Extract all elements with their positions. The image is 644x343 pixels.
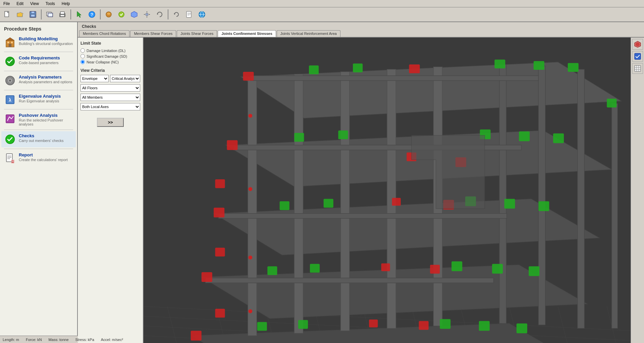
menu-file[interactable]: File [1,1,12,6]
checks-header: Checks Members Chord Rotations Members S… [78,22,644,38]
tab-members-chord-rotations[interactable]: Members Chord Rotations [79,30,129,37]
building-modelling-text: Building Modelling Building's structural… [19,36,73,46]
sidebar-item-report[interactable]: R Report Create the calculations' report [1,150,76,166]
right-panel: Checks Members Chord Rotations Members S… [78,22,644,336]
status-force: Force: kN [26,338,42,342]
menu-view[interactable]: View [28,1,41,6]
radio-sd-input[interactable] [80,54,85,58]
code-requirements-label: Code Requirements [19,55,73,60]
svg-rect-103 [607,99,616,107]
svg-rect-4 [31,11,35,13]
pan-button[interactable] [141,8,153,20]
radio-sd[interactable]: Significant Damage (SD) [80,54,140,58]
sidebar-item-eigenvalue-analysis[interactable]: λ Eigenvalue Analysis Run Eigenvalue ana… [1,92,76,108]
svg-rect-83 [409,64,420,73]
open-button[interactable] [14,8,26,20]
print-button[interactable] [56,8,68,20]
svg-rect-119 [267,266,277,275]
controls-panel: Limit State Damage Limitation (DL) Signi… [78,38,144,343]
menu-help[interactable]: Help [60,1,72,6]
svg-rect-117 [492,264,503,274]
pushover-analysis-text: Pushover Analysis Run the selected Pusho… [19,113,73,126]
divider-5 [4,130,73,130]
svg-rect-10 [60,15,64,16]
nav-button[interactable]: >> [97,118,124,127]
menu-tools[interactable]: Tools [44,1,57,6]
radio-nc-input[interactable] [80,60,85,64]
members-dropdown[interactable]: All Members Beams Columns [80,94,140,101]
tool-check-button[interactable] [632,51,643,62]
material-button[interactable] [103,8,115,20]
svg-marker-11 [77,11,81,17]
svg-rect-124 [257,322,267,331]
svg-rect-115 [324,199,333,207]
sidebar-item-analysis-parameters[interactable]: Analysis Parameters Analysis parameters … [1,72,76,89]
svg-rect-81 [205,278,493,283]
floors-dropdown[interactable]: All Floors Floor 1 Floor 2 Floor 3 Floor… [80,84,140,92]
radio-dl[interactable]: Damage Limitation (DL) [80,48,140,53]
new-window-button[interactable] [44,8,56,20]
divider-1 [4,52,73,52]
view-type-dropdown[interactable]: Envelope Maximum Minimum [80,75,109,82]
analysis-parameters-text: Analysis Parameters Analysis parameters … [19,75,73,84]
radio-nc[interactable]: Near Collapse (NC) [80,60,140,64]
svg-marker-20 [174,13,175,15]
sidebar-item-building-modelling[interactable]: Building Modelling Building's structural… [1,34,76,50]
svg-rect-120 [310,264,320,273]
new-button[interactable] [1,8,13,20]
assign-button[interactable] [115,8,127,20]
svg-rect-100 [494,60,505,68]
radio-dl-input[interactable] [80,48,85,53]
tab-joints-vertical-reinforcement[interactable]: Joints Vertical Reinforcement Area [277,30,340,37]
axes-dropdown[interactable]: Both Local Axes Local Axis 1 Local Axis … [80,103,140,110]
svg-rect-71 [341,72,350,331]
svg-point-36 [9,80,11,82]
svg-rect-123 [517,324,527,333]
tab-bar: Members Chord Rotations Members Shear Fo… [79,30,643,37]
select-button[interactable] [73,8,85,20]
sidebar-item-code-requirements[interactable]: Code Requirements Code-based parameters [1,53,76,69]
pushover-analysis-sublabel: Run the selected Pushover analyses [19,118,73,126]
svg-rect-125 [298,320,308,329]
svg-rect-84 [227,140,237,150]
menu-edit[interactable]: Edit [14,1,25,6]
svg-rect-121 [440,319,450,329]
tab-members-shear-forces[interactable]: Members Shear Forces [130,30,176,37]
svg-rect-135 [635,65,641,71]
length-label: Length: m [3,338,19,342]
undo-button[interactable] [170,8,182,20]
svg-rect-7 [48,13,53,17]
sidebar-item-pushover-analysis[interactable]: Pushover Analysis Run the selected Pusho… [1,111,76,128]
web-button[interactable] [196,8,208,20]
svg-rect-82 [243,72,254,81]
sidebar-item-checks[interactable]: Checks Carry out members' checks [1,131,76,147]
radio-dl-label: Damage Limitation (DL) [87,49,125,53]
svg-rect-76 [578,69,584,329]
tool-grid-button[interactable] [632,63,643,74]
viewport-tools [631,38,644,343]
svg-rect-116 [451,261,462,271]
svg-rect-96 [215,179,225,188]
tool-3d-button[interactable] [632,39,643,50]
svg-rect-98 [215,309,225,317]
rotate-button[interactable] [154,8,166,20]
save-button[interactable] [27,8,39,20]
svg-rect-92 [381,263,390,271]
mass-label: Mass: tonne [49,338,69,342]
code-requirements-icon [4,55,16,67]
eigenvalue-analysis-text: Eigenvalue Analysis Run Eigenvalue analy… [19,94,73,103]
report-label: Report [19,152,73,157]
notes-button[interactable] [183,8,195,20]
tab-joints-confinement-stresses[interactable]: Joints Confinement Stresses [218,30,276,37]
analysis-type-dropdown[interactable]: Critical Analysis All Analyses [110,75,140,82]
building-3d-view [144,38,631,343]
tab-joints-shear-forces[interactable]: Joints Shear Forces [177,30,217,37]
svg-text:R: R [11,159,14,163]
separator-1 [41,9,42,19]
separator-3 [100,9,101,19]
view3d-button[interactable] [128,8,140,20]
status-stress: Stress: kPa [75,338,94,342]
radio-sd-label: Significant Damage (SD) [87,54,127,58]
help-button[interactable]: ? [86,8,98,20]
svg-rect-109 [294,133,304,142]
